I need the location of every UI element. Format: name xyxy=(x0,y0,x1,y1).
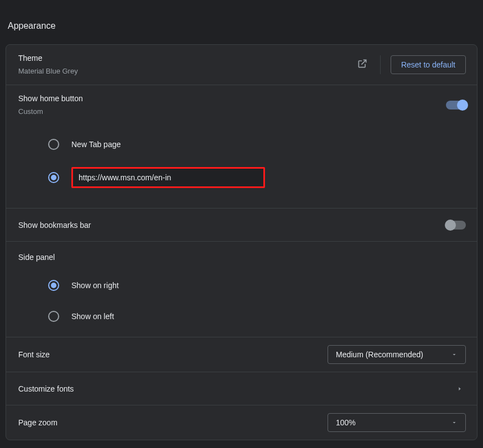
reset-theme-button[interactable]: Reset to default xyxy=(391,55,466,75)
customize-fonts-row[interactable]: Customize fonts xyxy=(6,372,477,405)
home-button-sub: Custom xyxy=(18,106,83,117)
theme-label: Theme xyxy=(18,53,78,64)
home-button-toggle[interactable] xyxy=(446,101,466,110)
side-panel-section: Side panel Show on right Show on left xyxy=(6,242,477,337)
appearance-card: Theme Material Blue Grey Reset to defaul… xyxy=(6,44,477,440)
bookmarks-bar-label: Show bookmarks bar xyxy=(18,220,91,231)
font-size-select[interactable]: Medium (Recommended) xyxy=(328,345,466,364)
bookmarks-bar-row: Show bookmarks bar xyxy=(6,209,477,242)
custom-url-input[interactable] xyxy=(73,169,263,186)
home-option-newtab[interactable]: New Tab page xyxy=(17,131,466,158)
dropdown-icon xyxy=(451,351,458,358)
divider xyxy=(380,55,381,74)
radio-newtab-label: New Tab page xyxy=(71,140,121,149)
radio-newtab[interactable] xyxy=(48,139,59,150)
home-button-label: Show home button xyxy=(18,93,83,104)
radio-side-left-label: Show on left xyxy=(71,312,114,321)
open-external-icon xyxy=(357,58,368,71)
side-panel-option-left[interactable]: Show on left xyxy=(17,303,466,330)
open-theme-store-button[interactable] xyxy=(355,56,370,73)
font-size-row: Font size Medium (Recommended) xyxy=(6,337,477,372)
page-zoom-row: Page zoom 100% xyxy=(6,405,477,440)
bookmarks-bar-toggle[interactable] xyxy=(446,221,466,230)
section-title: Appearance xyxy=(0,0,483,31)
theme-row: Theme Material Blue Grey Reset to defaul… xyxy=(6,45,477,85)
chevron-right-icon xyxy=(457,385,466,393)
side-panel-label: Side panel xyxy=(18,252,466,263)
page-zoom-value: 100% xyxy=(336,418,356,427)
customize-fonts-label: Customize fonts xyxy=(18,383,74,394)
font-size-label: Font size xyxy=(18,349,50,360)
theme-value: Material Blue Grey xyxy=(18,66,78,77)
font-size-value: Medium (Recommended) xyxy=(336,350,423,359)
page-zoom-select[interactable]: 100% xyxy=(328,413,466,432)
radio-custom[interactable] xyxy=(48,172,59,183)
page-zoom-label: Page zoom xyxy=(18,417,58,428)
home-button-section: Show home button Custom New Tab page xyxy=(6,85,477,209)
radio-side-right[interactable] xyxy=(48,280,59,291)
side-panel-option-right[interactable]: Show on right xyxy=(17,272,466,299)
radio-side-right-label: Show on right xyxy=(71,281,119,290)
dropdown-icon xyxy=(451,419,458,426)
radio-side-left[interactable] xyxy=(48,311,59,322)
custom-url-highlight xyxy=(71,167,265,188)
home-option-custom[interactable] xyxy=(17,160,466,195)
